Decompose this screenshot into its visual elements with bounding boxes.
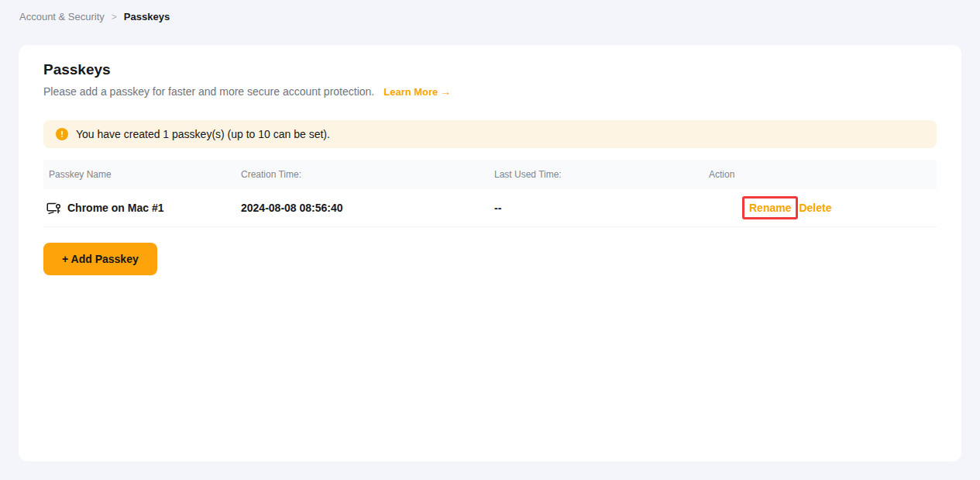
table-header-row: Passkey Name Creation Time: Last Used Ti… [43,160,937,189]
breadcrumb: Account & Security > Passkeys [0,0,980,22]
page-title: Passkeys [43,61,937,78]
passkey-name: Chrome on Mac #1 [67,202,163,214]
rename-button[interactable]: Rename [749,202,791,214]
page-subtitle: Please add a passkey for faster and more… [43,85,374,98]
column-header-action: Action [709,169,937,180]
add-passkey-button[interactable]: + Add Passkey [43,243,157,275]
last-used-time-value: -- [494,202,709,214]
learn-more-link[interactable]: Learn More → [383,85,451,98]
breadcrumb-passkeys: Passkeys [124,11,170,22]
device-monitor-key-icon [46,201,61,216]
table-row: Chrome on Mac #1 2024-08-08 08:56:40 -- … [43,189,937,227]
breadcrumb-separator-icon: > [112,12,117,22]
annotation-highlight-box: Rename [742,196,798,219]
exclamation-circle-icon: ! [56,128,68,140]
action-cell: Rename Delete [709,196,937,219]
passkey-name-cell: Chrome on Mac #1 [43,201,241,216]
breadcrumb-account-security[interactable]: Account & Security [19,11,105,22]
creation-time-value: 2024-08-08 08:56:40 [241,202,494,214]
passkeys-card: Passkeys Please add a passkey for faster… [19,45,961,461]
passkeys-page: { "breadcrumb": { "parent": "Account & S… [0,0,980,480]
learn-more-label: Learn More [383,85,438,98]
arrow-right-icon: → [440,85,451,98]
column-header-last-used-time: Last Used Time: [494,169,709,180]
passkeys-table: Passkey Name Creation Time: Last Used Ti… [43,160,937,227]
page-subtitle-row: Please add a passkey for faster and more… [43,85,937,98]
delete-button[interactable]: Delete [799,202,831,214]
column-header-creation-time: Creation Time: [241,169,494,180]
column-header-passkey-name: Passkey Name [43,169,241,180]
passkey-count-text: You have created 1 passkey(s) (up to 10 … [76,128,330,140]
passkey-count-banner: ! You have created 1 passkey(s) (up to 1… [43,120,937,148]
